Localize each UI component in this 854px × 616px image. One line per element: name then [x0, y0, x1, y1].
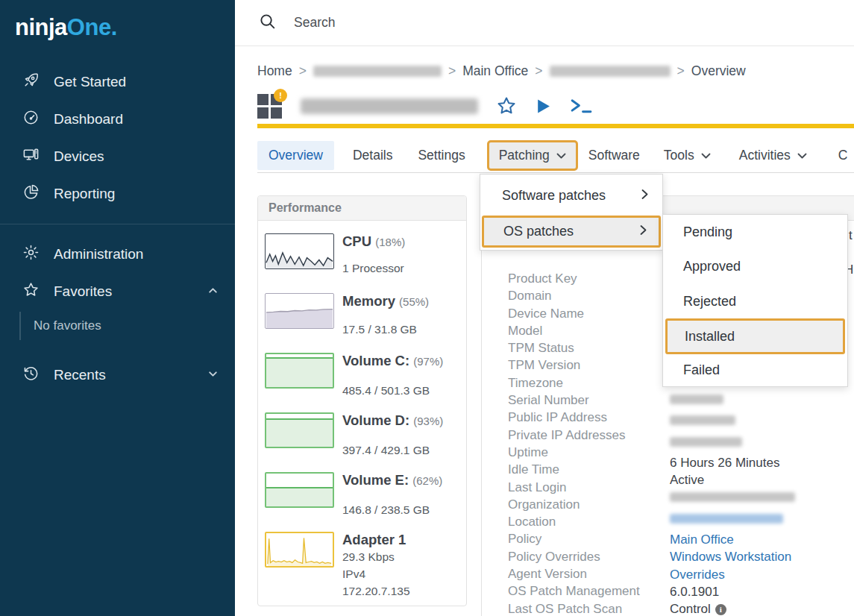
breadcrumb-separator: >	[535, 63, 542, 79]
breadcrumb-redacted-organization[interactable]	[313, 66, 442, 77]
detail-label: Last OS Patch Scan	[508, 600, 640, 616]
gauge-icon	[22, 109, 40, 130]
detail-label: Organization	[508, 496, 640, 513]
submenu-item-failed[interactable]: Failed	[663, 353, 847, 387]
chevron-down-icon	[207, 367, 219, 383]
submenu-item-rejected[interactable]: Rejected	[663, 284, 847, 318]
value-os-patch-management: Controli	[670, 600, 795, 616]
value-location-link[interactable]: Main Office	[670, 531, 795, 548]
detail-label: Model	[508, 322, 640, 339]
detail-label: TPM Version	[508, 356, 640, 374]
submenu-item-installed[interactable]: Installed	[665, 318, 845, 354]
submenu-item-pending[interactable]: Pending	[663, 215, 847, 249]
menu-item-os-patches[interactable]: OS patches	[482, 216, 661, 248]
detail-label: Policy	[508, 530, 640, 547]
value-private-ip-redacted	[670, 437, 795, 454]
sidebar-item-label: Dashboard	[54, 111, 123, 128]
volume-e-chart	[265, 472, 334, 508]
tab-settings[interactable]: Settings	[418, 148, 465, 163]
sidebar-divider	[0, 224, 235, 224]
tab-details[interactable]: Details	[353, 148, 393, 163]
info-icon[interactable]: i	[715, 604, 726, 615]
adapter-protocol: IPv4	[342, 565, 460, 582]
value-policy-link[interactable]: Windows Workstation	[670, 548, 795, 565]
breadcrumb: Home > > Main Office > > Overview	[257, 63, 746, 79]
sidebar-item-administration[interactable]: Administration	[0, 236, 235, 273]
volume-d-chart	[265, 412, 334, 448]
sidebar-item-get-started[interactable]: Get Started	[0, 63, 235, 101]
memory-area-chart	[265, 293, 334, 329]
detail-label: Private IP Addresses	[508, 427, 640, 444]
detail-label: Public IP Address	[508, 409, 640, 426]
cpu-detail: 1 Processor	[342, 262, 404, 275]
play-button[interactable]	[535, 98, 552, 115]
perf-row-memory: Memory (55%) 17.5 / 31.8 GB	[265, 293, 460, 329]
detail-label: Device Name	[508, 305, 640, 322]
perf-row-volume-d: Volume D: (93%) 397.4 / 429.1 GB	[265, 412, 460, 448]
alert-badge: !	[274, 89, 287, 102]
sidebar-item-dashboard[interactable]: Dashboard	[0, 101, 235, 138]
detail-label: Domain	[508, 287, 640, 304]
breadcrumb-overview[interactable]: Overview	[691, 63, 746, 79]
devices-icon	[22, 146, 40, 167]
sidebar-item-label: Favorites	[54, 283, 112, 300]
os-patches-submenu: Pending Approved Rejected Installed Fail…	[662, 214, 848, 387]
search-input[interactable]	[294, 15, 592, 31]
breadcrumb-separator: >	[299, 63, 307, 79]
tab-activities[interactable]: Activities	[739, 148, 807, 163]
value-policy-overrides-link[interactable]: Overrides	[670, 566, 795, 583]
breadcrumb-redacted-device[interactable]	[550, 66, 671, 77]
tab-tools[interactable]: Tools	[664, 148, 711, 163]
volume-c-detail: 485.4 / 501.3 GB	[342, 384, 430, 397]
sidebar-item-label: Administration	[54, 246, 143, 263]
search-bar	[235, 0, 854, 46]
sidebar-item-label: Recents	[54, 367, 106, 383]
pie-chart-icon	[22, 183, 40, 204]
chevron-up-icon	[207, 283, 219, 300]
perf-row-cpu: CPU (18%) 1 Processor	[265, 233, 460, 269]
terminal-button[interactable]	[570, 97, 593, 115]
sidebar-item-label: Reporting	[54, 186, 115, 202]
tab-patching[interactable]: Patching	[487, 140, 578, 171]
gear-icon	[22, 244, 40, 265]
search-icon	[259, 13, 276, 33]
value-organization-redacted-link[interactable]	[670, 514, 795, 531]
chevron-down-icon	[701, 148, 711, 163]
cpu-sparkline-chart	[265, 233, 334, 269]
breadcrumb-home[interactable]: Home	[257, 63, 292, 79]
favorite-star-button[interactable]	[496, 95, 517, 116]
volume-d-detail: 397.4 / 429.1 GB	[342, 444, 430, 457]
windows-logo-icon: !	[257, 94, 283, 119]
sidebar-item-devices[interactable]: Devices	[0, 138, 235, 175]
ninjaone-logo[interactable]: ninjaOne.	[0, 0, 235, 41]
tab-software[interactable]: Software	[588, 148, 640, 163]
app-root: ninjaOne. Get Started Dashboard Devices …	[0, 0, 854, 616]
submenu-item-approved[interactable]: Approved	[663, 249, 847, 283]
sidebar-nav: Get Started Dashboard Devices Reporting …	[0, 63, 235, 394]
value-idle-time: Active	[670, 471, 795, 488]
detail-label: Serial Number	[508, 392, 640, 409]
detail-label: Location	[508, 513, 640, 530]
adapter-name: Adapter 1	[342, 532, 460, 548]
detail-label: Last Login	[508, 479, 640, 496]
menu-item-software-patches[interactable]: Software patches	[480, 180, 662, 210]
detail-label: Agent Version	[508, 565, 640, 582]
value-public-ip-redacted	[670, 415, 795, 433]
device-title-row: !	[257, 89, 593, 122]
chevron-down-icon	[556, 148, 566, 163]
device-name-redacted	[301, 98, 478, 114]
sidebar-item-reporting[interactable]: Reporting	[0, 175, 235, 213]
breadcrumb-main-office[interactable]: Main Office	[462, 63, 528, 79]
chevron-right-icon	[641, 188, 648, 204]
sidebar-item-favorites[interactable]: Favorites	[0, 273, 235, 310]
perf-row-volume-c: Volume C: (97%) 485.4 / 501.3 GB	[265, 353, 460, 389]
tab-overview[interactable]: Overview	[257, 141, 334, 170]
adapter-ip: 172.20.7.135	[342, 582, 460, 600]
sidebar-item-recents[interactable]: Recents	[0, 356, 235, 394]
value-last-login-redacted	[670, 492, 795, 509]
device-details-values: 6 Hours 26 Minutes Active Main Office Wi…	[670, 391, 795, 616]
memory-detail: 17.5 / 31.8 GB	[342, 323, 417, 336]
detail-label: Timezone	[508, 374, 640, 392]
perf-row-adapter: Adapter 1 29.3 Kbps IPv4 172.20.7.135	[265, 532, 460, 588]
tab-clipped[interactable]: C	[838, 148, 848, 163]
